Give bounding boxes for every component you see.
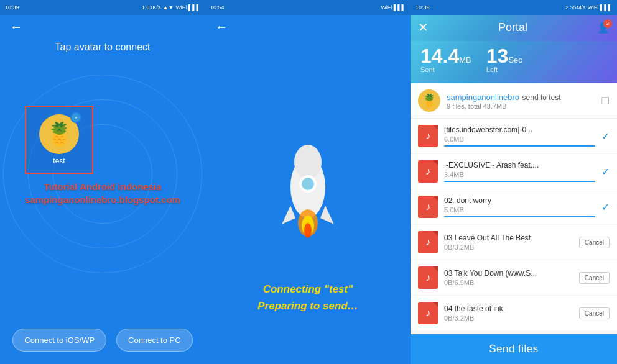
file-size: 6.0MB — [444, 135, 595, 143]
file-item: ♪02. dont worry5.0MB✓ — [411, 189, 617, 224]
notification-badge: 2 — [603, 19, 612, 28]
panel-connecting: 10:54 WiFi ▌▌▌ ← Connecting "test" — [205, 0, 411, 364]
back-button-1[interactable]: ← — [10, 20, 22, 34]
file-info: [files.indowebster.com]-0...6.0MB — [444, 125, 595, 147]
status-bar-2: 10:54 WiFi ▌▌▌ — [205, 0, 411, 15]
status-time-2: 10:54 — [210, 4, 225, 11]
cancel-button[interactable]: Cancel — [579, 272, 610, 284]
check-icon: ✓ — [601, 131, 610, 142]
file-name: 02. dont worry — [444, 196, 595, 205]
sender-close-icon[interactable]: ☐ — [601, 95, 610, 107]
file-info: 03 Leave Out All The Best0B/3.2MB — [444, 234, 573, 251]
stats-bar: 14.4MB Sent 13Sec Left — [411, 41, 617, 83]
file-item: ♪03 Talk You Down (www.S...0B/6.9MBCance… — [411, 260, 617, 295]
file-info: 03 Talk You Down (www.S...0B/6.9MB — [444, 269, 573, 286]
svg-marker-4 — [282, 206, 295, 224]
rocket-area: Connecting "test" Preparing to send… — [205, 34, 411, 364]
check-icon: ✓ — [601, 202, 610, 212]
status-bar-3: 10:39 2.55M/s WiFi ▌▌▌ — [411, 0, 617, 15]
avatar-image: 🍍 + — [39, 114, 79, 154]
panel-portal: 10:39 2.55M/s WiFi ▌▌▌ ✕ Portal 👤 2 14.4… — [411, 0, 617, 364]
rocket-icon — [271, 143, 345, 255]
file-action[interactable]: Cancel — [579, 307, 610, 319]
file-size: 0B/3.2MB — [444, 314, 573, 322]
portal-title: Portal — [429, 21, 597, 34]
file-name: 03 Talk You Down (www.S... — [444, 269, 573, 278]
file-type-icon: ♪ — [418, 125, 438, 147]
file-list: ♪[files.indowebster.com]-0...6.0MB✓♪~EXC… — [411, 119, 617, 334]
send-files-button[interactable]: Send files — [411, 334, 617, 364]
file-info: ~EXCLUSIVE~ Arash feat....3.4MB — [444, 161, 595, 182]
cancel-button[interactable]: Cancel — [579, 237, 610, 248]
file-name: [files.indowebster.com]-0... — [444, 125, 595, 134]
status-time-3: 10:39 — [415, 4, 430, 11]
file-type-icon: ♪ — [418, 160, 438, 183]
cancel-button[interactable]: Cancel — [579, 307, 610, 319]
status-right-3: 2.55M/s WiFi ▌▌▌ — [565, 4, 612, 11]
file-type-icon: ♪ — [418, 231, 438, 253]
svg-point-1 — [294, 145, 322, 180]
connect-pc-button[interactable]: Connect to PC — [116, 329, 193, 352]
file-info: 02. dont worry5.0MB — [444, 196, 595, 217]
file-type-icon: ♪ — [418, 196, 438, 218]
file-name: 04 the taste of ink — [444, 304, 573, 313]
sender-row: 🍍 sampinganonlinebro send to test 9 file… — [411, 83, 617, 119]
stat-sent: 14.4MB Sent — [420, 46, 471, 73]
avatar-card[interactable]: 🍍 + test — [25, 106, 93, 174]
check-icon: ✓ — [601, 166, 610, 177]
svg-point-3 — [302, 178, 314, 190]
avatar-name: test — [53, 157, 65, 165]
svg-point-8 — [304, 223, 312, 238]
avatar-badge: + — [70, 112, 81, 123]
connect-ios-button[interactable]: Connect to iOS/WP — [12, 329, 106, 352]
status-time-1: 10:39 — [5, 4, 19, 11]
file-item: ♪~EXCLUSIVE~ Arash feat....3.4MB✓ — [411, 154, 617, 189]
tap-avatar-label: Tap avatar to connect — [55, 42, 151, 53]
file-size: 3.4MB — [444, 171, 595, 178]
bottom-buttons: Connect to iOS/WP Connect to PC — [12, 329, 192, 352]
file-size: 5.0MB — [444, 206, 595, 214]
notification-icon[interactable]: 👤 2 — [597, 22, 610, 34]
sender-name-row: sampinganonlinebro send to test — [447, 91, 595, 102]
file-size: 0B/3.2MB — [444, 243, 573, 251]
stat-left: 13Sec Left — [486, 46, 522, 73]
file-type-icon: ♪ — [418, 302, 438, 324]
file-type-icon: ♪ — [418, 266, 438, 289]
file-progress-bar — [444, 216, 595, 217]
file-name: ~EXCLUSIVE~ Arash feat.... — [444, 161, 595, 170]
sender-avatar: 🍍 — [418, 89, 440, 112]
file-action: ✓ — [601, 130, 610, 142]
connecting-text: Connecting "test" Preparing to send… — [205, 281, 411, 314]
file-action[interactable]: Cancel — [579, 271, 610, 284]
status-right-1: 1.81K/s ▲▼ WiFi ▌▌▌ — [142, 4, 200, 11]
file-action: ✓ — [601, 201, 610, 213]
svg-marker-5 — [320, 206, 334, 224]
back-button-2[interactable]: ← — [215, 20, 228, 34]
file-item: ♪[files.indowebster.com]-0...6.0MB✓ — [411, 119, 617, 153]
status-bar-1: 10:39 1.81K/s ▲▼ WiFi ▌▌▌ — [0, 0, 205, 15]
status-right-2: WiFi ▌▌▌ — [381, 4, 406, 11]
file-action[interactable]: Cancel — [579, 236, 610, 248]
file-info: 04 the taste of ink0B/3.2MB — [444, 304, 573, 322]
file-progress-bar — [444, 181, 595, 182]
file-size: 0B/6.9MB — [444, 279, 573, 286]
file-name: 03 Leave Out All The Best — [444, 234, 573, 242]
file-item: ♪04 the taste of ink0B/3.2MBCancel — [411, 296, 617, 330]
sender-info: sampinganonlinebro send to test 9 files,… — [447, 91, 595, 110]
sender-files-info: 9 files, total 43.7MB — [447, 102, 595, 110]
file-item: ♪03 Leave Out All The Best0B/3.2MBCancel — [411, 225, 617, 260]
file-action: ✓ — [601, 166, 610, 178]
close-icon[interactable]: ✕ — [418, 20, 429, 35]
file-progress-bar — [444, 145, 595, 147]
panel-connect: 10:39 1.81K/s ▲▼ WiFi ▌▌▌ ← Tap avatar t… — [0, 0, 205, 364]
portal-header: ✕ Portal 👤 2 — [411, 15, 617, 41]
